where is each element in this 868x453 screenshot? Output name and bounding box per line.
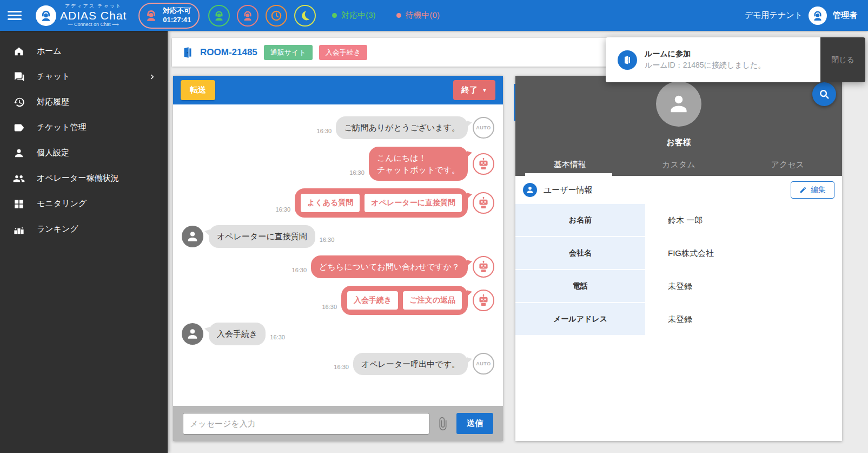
status-night-button[interactable] (294, 5, 316, 27)
brand-text: アディアス チャット ADIAS Chat Connect on Chat (60, 4, 127, 27)
sidebar-item-monitoring[interactable]: モニタリング (0, 191, 168, 216)
message-bubble: 入会手続き ご注文の返品 (341, 286, 468, 315)
bot-avatar (473, 256, 494, 278)
chat-message: 16:30 どちらについてお問い合わせですか？ (182, 255, 494, 278)
toast-close-button[interactable]: 閉じる (820, 37, 865, 82)
sidebar-item-label: ランキング (37, 224, 78, 234)
door-circle-icon (618, 50, 637, 70)
toast-body: ルームに参加 ルームID：21485に接続しました。 (606, 37, 820, 82)
person-icon (185, 229, 200, 244)
door-icon (181, 45, 195, 60)
pencil-icon (799, 186, 807, 194)
waiting-counter: 待機中(0) (396, 10, 440, 21)
sidebar-item-label: モニタリング (37, 199, 87, 209)
message-bubble: こんにちは！ チャットボットです。 (369, 147, 468, 181)
quick-reply-button[interactable]: 入会手続き (347, 291, 398, 310)
top-bar: アディアス チャット ADIAS Chat Connect on Chat 対応… (0, 0, 868, 31)
field-label: 会社名 (515, 237, 645, 270)
scrollbar-thumb[interactable] (514, 84, 515, 121)
chat-message: 16:30 オペレーター呼出中です。 AUTO (182, 353, 494, 376)
edit-button[interactable]: 編集 (791, 181, 834, 199)
toast-notification: ルームに参加 ルームID：21485に接続しました。 閉じる (606, 37, 865, 82)
sidebar-item-personal-settings[interactable]: 個人設定 (0, 140, 168, 166)
sidebar-item-tickets[interactable]: チケット管理 (0, 115, 168, 140)
status-busy-button[interactable] (237, 5, 259, 27)
message-time: 16:30 (292, 267, 307, 278)
person-circle-icon (523, 183, 537, 197)
auto-avatar: AUTO (473, 353, 494, 375)
quick-reply-button[interactable]: ご注文の返品 (403, 291, 462, 310)
user-info-title: ユーザー情報 (544, 185, 593, 195)
chevron-right-icon (148, 73, 157, 81)
ranking-icon (13, 224, 25, 235)
status-break-button[interactable] (266, 5, 287, 27)
status-available-button[interactable] (208, 5, 230, 27)
field-label: メールアドレス (515, 303, 645, 336)
bot-avatar (473, 290, 494, 311)
pink-dot-icon (396, 13, 401, 18)
sidebar-item-operator-status[interactable]: オペレーター稼働状況 (0, 166, 168, 191)
paperclip-icon[interactable] (436, 417, 450, 431)
active-counter: 対応中(3) (332, 10, 375, 21)
room-badge-topic: 入会手続き (319, 45, 367, 60)
door-icon (622, 55, 633, 65)
bot-avatar (473, 192, 494, 214)
brand-logo[interactable]: アディアス チャット ADIAS Chat Connect on Chat (36, 4, 127, 27)
tab-custom[interactable]: カスタム (624, 153, 733, 176)
user-avatar[interactable] (809, 6, 827, 25)
sidebar-item-ranking[interactable]: ランキング (0, 216, 168, 242)
message-time: 16:30 (276, 206, 291, 218)
sidebar-item-label: チャット (37, 71, 70, 82)
user-role[interactable]: 管理者 (833, 10, 857, 21)
search-button[interactable] (812, 82, 836, 106)
tenant-name: デモ用テナント (745, 10, 803, 21)
caret-down-icon: ▼ (482, 87, 487, 93)
toast-message: ルームID：21485に接続しました。 (645, 61, 765, 70)
sidebar-item-history[interactable]: 対応履歴 (0, 89, 168, 115)
chat-message-list[interactable]: 16:30 ご訪問ありがとうございます。 AUTO 16:30 こんにちは！ チ… (173, 104, 503, 406)
end-button[interactable]: 終了▼ (453, 80, 495, 100)
message-bubble: ご訪問ありがとうございます。 (336, 116, 468, 139)
user-info-section-header: ユーザー情報 編集 (515, 176, 842, 204)
field-value: 未登録 (645, 303, 842, 336)
person-icon (13, 147, 25, 159)
customer-name: お客様 (666, 137, 691, 148)
room-title: ROOM-21485 (200, 47, 257, 58)
sidebar-item-home[interactable]: ホーム (0, 38, 168, 64)
agent-status-pill[interactable]: 対応不可 01:27:41 (138, 3, 200, 29)
quick-reply-button[interactable]: よくある質問 (301, 194, 360, 212)
message-time: 16:30 (334, 364, 349, 375)
message-input[interactable] (183, 413, 429, 435)
sidebar-item-label: 個人設定 (37, 148, 69, 158)
room-badge-site: 通販サイト (264, 45, 313, 60)
transfer-button[interactable]: 転送 (181, 80, 215, 100)
chat-message: オペレーターに直接質問 16:30 (182, 225, 494, 248)
headset-icon (811, 9, 824, 22)
message-time: 16:30 (322, 304, 337, 315)
send-button[interactable]: 送信 (456, 413, 493, 434)
bot-avatar (473, 153, 494, 175)
moon-icon (299, 10, 311, 22)
person-icon (525, 185, 535, 195)
quick-reply-button[interactable]: オペレーターに直接質問 (365, 194, 462, 212)
sidebar-item-chat[interactable]: チャット (0, 64, 168, 89)
chat-message: 16:30 入会手続き ご注文の返品 (182, 286, 494, 315)
active-counter-label: 対応中(3) (341, 10, 375, 21)
tab-basic-info[interactable]: 基本情報 (515, 153, 624, 176)
table-row: メールアドレス 未登録 (515, 303, 842, 336)
topbar-right: デモ用テナント 管理者 (745, 6, 857, 25)
message-time: 16:30 (317, 128, 332, 139)
chat-input-bar: 送信 (173, 406, 503, 441)
ticket-icon (13, 122, 25, 134)
brand-kana: アディアス チャット (65, 4, 122, 9)
hamburger-menu-icon[interactable] (8, 9, 22, 22)
chat-message: 16:30 こんにちは！ チャットボットです。 (182, 147, 494, 181)
message-bubble: オペレーターに直接質問 (209, 225, 315, 248)
sidebar-item-label: 対応履歴 (37, 97, 69, 107)
field-value: 鈴木 一郎 (645, 204, 842, 237)
tab-access[interactable]: アクセス (733, 153, 842, 176)
headset-logo-icon (36, 5, 56, 26)
chat-message: 16:30 よくある質問 オペレーターに直接質問 (182, 188, 494, 218)
customer-panel-tabs: 基本情報 カスタム アクセス (515, 153, 842, 176)
table-row: 電話 未登録 (515, 270, 842, 303)
